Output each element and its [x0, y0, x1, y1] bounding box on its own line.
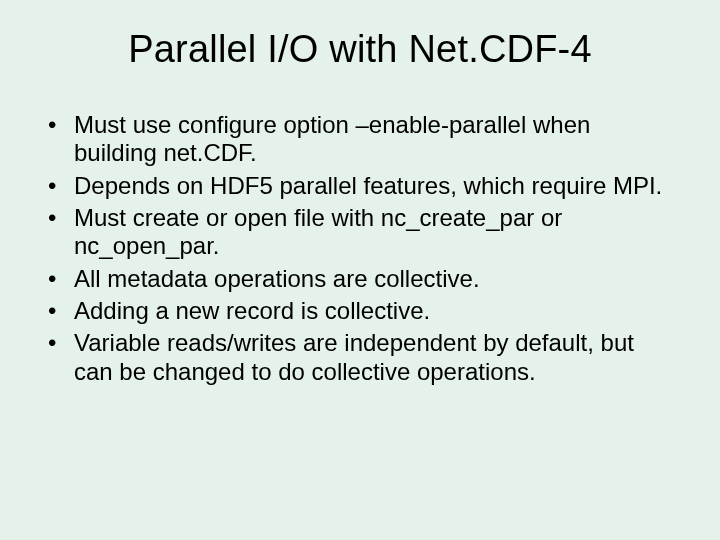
- bullet-list: Must use configure option –enable-parall…: [40, 111, 680, 386]
- list-item: Must create or open file with nc_create_…: [46, 204, 674, 261]
- slide: Parallel I/O with Net.CDF-4 Must use con…: [0, 0, 720, 540]
- list-item: Depends on HDF5 parallel features, which…: [46, 172, 674, 200]
- list-item: All metadata operations are collective.: [46, 265, 674, 293]
- list-item: Adding a new record is collective.: [46, 297, 674, 325]
- slide-title: Parallel I/O with Net.CDF-4: [40, 28, 680, 71]
- list-item: Must use configure option –enable-parall…: [46, 111, 674, 168]
- list-item: Variable reads/writes are independent by…: [46, 329, 674, 386]
